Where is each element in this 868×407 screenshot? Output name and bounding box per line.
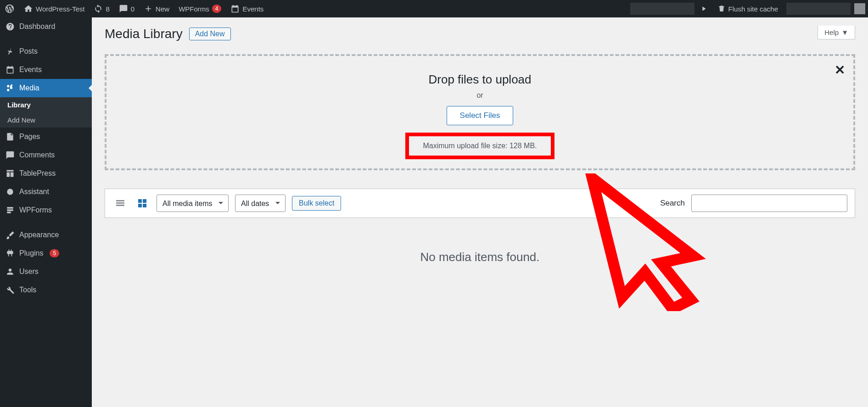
main-content: Help ▼ Media Library Add New ✕ Drop file… (92, 17, 868, 407)
menu-events[interactable]: Events (0, 61, 92, 79)
menu-tablepress[interactable]: TablePress (0, 164, 92, 183)
menu-users[interactable]: Users (0, 262, 92, 281)
or-text: or (116, 91, 844, 100)
menu-comments-label: Comments (19, 151, 55, 159)
brush-icon (6, 230, 15, 240)
menu-tools[interactable]: Tools (0, 281, 92, 299)
updates-count: 8 (106, 5, 109, 13)
table-icon (6, 169, 15, 178)
flush-cache-label: Flush site cache (728, 5, 778, 13)
view-grid-button[interactable] (134, 195, 150, 211)
add-new-button[interactable]: Add New (189, 28, 231, 40)
menu-appearance[interactable]: Appearance (0, 226, 92, 244)
menu-assistant[interactable]: Assistant (0, 183, 92, 201)
menu-dashboard[interactable]: Dashboard (0, 17, 92, 36)
play-icon (700, 5, 707, 12)
submenu-add-new[interactable]: Add New (0, 112, 92, 128)
new-label: New (156, 5, 169, 13)
no-media-message: No media items found. (105, 250, 855, 264)
filter-media-type[interactable]: All media items (157, 195, 229, 212)
plus-icon (144, 4, 153, 13)
menu-pages-label: Pages (19, 133, 40, 141)
search-label: Search (660, 199, 685, 208)
wpforms-badge: 4 (212, 5, 222, 13)
pin-icon (6, 47, 15, 56)
menu-tablepress-label: TablePress (19, 169, 56, 178)
help-tab[interactable]: Help ▼ (818, 26, 855, 39)
adminbar-search-2[interactable] (786, 3, 851, 15)
menu-comments[interactable]: Comments (0, 146, 92, 164)
flush-cache-button[interactable]: Flush site cache (713, 0, 783, 17)
plugins-badge: 5 (50, 249, 59, 257)
dashboard-icon (6, 22, 15, 31)
menu-pages[interactable]: Pages (0, 128, 92, 146)
calendar-icon (6, 65, 15, 74)
media-toolbar: All media items All dates Bulk select Se… (105, 189, 855, 218)
search-media-input[interactable] (691, 195, 847, 212)
menu-plugins-label: Plugins (19, 249, 43, 257)
comment-icon (6, 151, 15, 160)
close-uploader-button[interactable]: ✕ (834, 62, 845, 78)
chevron-down-icon: ▼ (841, 28, 848, 36)
svg-point-0 (7, 189, 13, 195)
grid-icon (137, 198, 148, 209)
events-label: Events (242, 5, 263, 13)
submenu-media: Library Add New (0, 97, 92, 128)
menu-posts[interactable]: Posts (0, 42, 92, 61)
calendar-icon (230, 4, 240, 13)
page-icon (6, 132, 15, 141)
page-title: Media Library (105, 27, 183, 41)
list-icon (115, 198, 126, 209)
wordpress-icon (5, 4, 15, 14)
comments-link[interactable]: 0 (114, 0, 139, 17)
menu-media[interactable]: Media (0, 79, 92, 97)
trash-icon (717, 5, 726, 13)
refresh-icon (94, 4, 103, 13)
admin-sidebar: Dashboard Posts Events Media Library Add… (0, 17, 92, 407)
wrench-icon (6, 285, 15, 295)
menu-plugins[interactable]: Plugins 5 (0, 244, 92, 262)
view-list-button[interactable] (112, 195, 128, 211)
comments-count: 0 (131, 5, 134, 13)
media-uploader[interactable]: ✕ Drop files to upload or Select Files M… (105, 54, 855, 170)
admin-bar: WordPress-Test 8 0 New WPForms 4 Events (0, 0, 868, 17)
user-icon (6, 267, 15, 276)
menu-wpforms-label: WPForms (19, 206, 52, 214)
bulk-select-button[interactable]: Bulk select (292, 196, 341, 211)
events-link[interactable]: Events (226, 0, 268, 17)
user-avatar[interactable] (854, 3, 865, 14)
new-link[interactable]: New (139, 0, 174, 17)
comment-icon (119, 4, 128, 13)
menu-wpforms[interactable]: WPForms (0, 201, 92, 219)
site-link[interactable]: WordPress-Test (19, 0, 89, 17)
site-name: WordPress-Test (36, 5, 84, 13)
filter-date[interactable]: All dates (235, 195, 286, 212)
form-icon (6, 206, 15, 215)
menu-tools-label: Tools (19, 286, 36, 294)
drop-instruction: Drop files to upload (116, 72, 844, 87)
menu-appearance-label: Appearance (19, 231, 59, 239)
plugin-icon (6, 249, 15, 258)
assistant-icon (6, 187, 15, 196)
menu-assistant-label: Assistant (19, 188, 49, 196)
select-files-button[interactable]: Select Files (447, 106, 514, 125)
menu-posts-label: Posts (19, 47, 38, 56)
updates-link[interactable]: 8 (89, 0, 114, 17)
menu-dashboard-label: Dashboard (19, 22, 55, 31)
wp-logo[interactable] (0, 0, 19, 17)
adminbar-search[interactable] (630, 3, 694, 15)
max-upload-size: Maximum upload file size: 128 MB. (423, 142, 537, 150)
home-icon (24, 4, 33, 13)
help-label: Help (824, 28, 839, 36)
wpforms-link[interactable]: WPForms 4 (174, 0, 226, 17)
play-button[interactable] (698, 0, 709, 17)
submenu-library[interactable]: Library (0, 97, 92, 112)
media-icon (6, 84, 15, 93)
wpforms-label: WPForms (179, 5, 209, 13)
menu-events-label: Events (19, 66, 42, 74)
menu-media-label: Media (19, 84, 39, 92)
menu-users-label: Users (19, 268, 39, 276)
max-size-highlight: Maximum upload file size: 128 MB. (405, 133, 554, 159)
